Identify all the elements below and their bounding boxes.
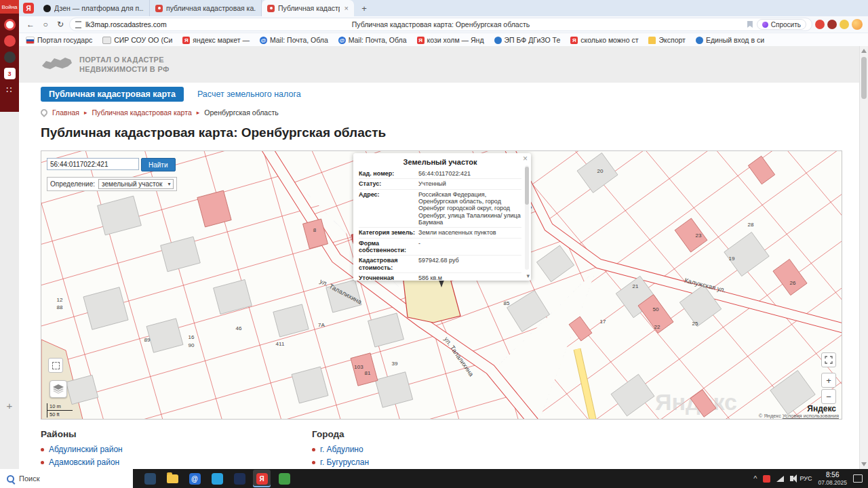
browser-tab-1[interactable]: Дзен — платформа для п... — [38, 0, 150, 16]
bookmark-label: Экспорт — [658, 36, 685, 44]
bookmark-4[interactable]: @Mail: Почта, Обла — [260, 36, 328, 44]
zoom-in-button[interactable]: + — [821, 373, 836, 388]
tab-close-icon[interactable]: × — [343, 4, 349, 12]
network-icon[interactable] — [776, 476, 784, 482]
breadcrumb-map[interactable]: Публичная кадастровая карта — [92, 108, 192, 117]
sidebar-add-button[interactable]: + — [0, 400, 19, 411]
city-link-1[interactable]: г. Абдулино — [320, 445, 363, 454]
list-bullet-icon — [41, 461, 44, 464]
back-button[interactable]: ← — [24, 20, 37, 29]
definition-label: Определение: — [50, 180, 95, 188]
bookmark-label: Портал государс — [37, 36, 92, 44]
extension-icon-darkred[interactable] — [827, 20, 837, 29]
city-link-2[interactable]: г. Бугуруслан — [320, 458, 369, 467]
bookmark-2[interactable]: СИР СОУ ОО (Си — [102, 36, 172, 44]
blue-favicon-icon — [696, 37, 703, 44]
ya-favicon-icon: Я — [570, 37, 578, 44]
scroll-up-arrow-icon[interactable] — [861, 49, 867, 53]
green-app[interactable] — [275, 470, 293, 487]
service-red-icon[interactable] — [4, 35, 16, 47]
mail-app[interactable]: @ — [186, 470, 203, 487]
search-button[interactable]: Найти — [141, 158, 176, 171]
notifications-icon[interactable] — [853, 474, 863, 483]
messenger-icon[interactable] — [4, 52, 16, 63]
map[interactable]: Яндекс1288891690464117А10381398520232125… — [41, 150, 842, 420]
measure-area-button[interactable] — [48, 358, 63, 373]
popup-row-value: 586 кв.м — [416, 274, 442, 281]
zoom-out-button[interactable]: − — [821, 389, 836, 404]
tab-public-cadastral-map[interactable]: Публичная кадастровая карта — [41, 87, 184, 102]
apps-grid-icon[interactable]: ∷ — [4, 84, 16, 96]
notifications-badge[interactable]: 3 — [4, 68, 16, 79]
bookmark-7[interactable]: ЭП БФ ДГиЗО Те — [494, 36, 561, 44]
telegram-app[interactable] — [208, 470, 226, 487]
browser-logo-icon[interactable]: Я — [23, 3, 34, 14]
tray-date: 07.08.2025 — [818, 479, 847, 486]
bookmark-5[interactable]: @Mail: Почта, Обла — [338, 36, 407, 44]
extension-icon-red[interactable] — [815, 20, 825, 29]
definition-select[interactable]: земельный участок ▾ — [98, 179, 174, 189]
svg-text:16: 16 — [189, 334, 195, 340]
file-explorer[interactable] — [163, 470, 181, 487]
terms-of-use-link[interactable]: Условия использования — [783, 413, 839, 419]
map-scale: 10 m 50 ft — [47, 403, 73, 418]
tray-time: 8:56 — [818, 471, 847, 479]
fullscreen-button[interactable] — [821, 352, 836, 367]
reload-button[interactable]: ↻ — [54, 20, 66, 29]
site-logo-russia-icon — [41, 55, 73, 74]
layers-button[interactable] — [50, 380, 67, 398]
cadastral-search-input[interactable] — [47, 158, 139, 170]
bookmark-1[interactable]: Портал государс — [26, 36, 92, 44]
yandex-browser-app[interactable]: Я — [253, 470, 271, 487]
popup-row: Адрес:Российская Федерация, Оренбургская… — [359, 190, 521, 228]
browser-tab-3[interactable]: Публичная кадастровая...× — [262, 0, 354, 16]
browser-tab-2[interactable]: публичная кадастровая ка... — [150, 0, 262, 16]
language-indicator[interactable]: РУС — [800, 475, 812, 482]
scroll-down-arrow-icon[interactable] — [861, 462, 867, 466]
ask-alice-button[interactable]: Спросить — [757, 19, 806, 30]
bookmark-8[interactable]: Ясколько можно ст — [570, 36, 638, 44]
tab-title: Публичная кадастровая... — [278, 4, 340, 12]
extension-icon-yellow[interactable] — [840, 20, 849, 29]
page-scrollbar[interactable] — [859, 46, 868, 469]
folder-icon — [167, 474, 178, 483]
popup-row-label: Уточненная площадь: — [359, 274, 416, 281]
tab-title: Дзен — платформа для п... — [54, 4, 144, 12]
home-button[interactable]: ○ — [39, 20, 52, 29]
popup-row-label: Кадастровая стоимость: — [359, 257, 416, 271]
popup-scroll-down-icon[interactable]: ▾ — [526, 273, 530, 279]
new-tab-button[interactable]: + — [358, 2, 370, 14]
mail-favicon-icon: @ — [338, 37, 346, 44]
bookmark-3[interactable]: Яяндекс маркет — — [182, 36, 250, 44]
popup-scrollbar[interactable] — [525, 165, 529, 270]
bookmark-10[interactable]: Единый вход в си — [696, 36, 764, 44]
breadcrumb-home[interactable]: Главная — [52, 108, 79, 117]
app-navy[interactable] — [231, 470, 248, 487]
tray-expand-icon[interactable]: ^ — [753, 474, 757, 483]
popup-row-value: 597942.68 руб — [416, 257, 459, 264]
bookmark-9[interactable]: Экспорт — [648, 36, 685, 44]
bookmark-flag-icon[interactable] — [747, 21, 753, 28]
district-link-2[interactable]: Адамовский район — [49, 458, 119, 467]
svg-text:20: 20 — [597, 168, 604, 174]
app-dark-blue[interactable] — [141, 470, 159, 487]
site-settings-icon[interactable] — [75, 21, 81, 28]
popup-row-value: Земли населенных пунктов — [416, 229, 496, 236]
area-icon — [52, 362, 60, 369]
profile-avatar[interactable] — [852, 19, 863, 30]
taskbar-clock[interactable]: 8:56 07.08.2025 — [818, 471, 847, 486]
yandex-logo[interactable]: Яндекс — [807, 404, 836, 413]
district-link-1[interactable]: Абдулинский район — [49, 445, 123, 454]
popup-scroll-thumb[interactable] — [525, 167, 529, 205]
taskbar-search[interactable]: Поиск — [0, 469, 133, 488]
alice-icon[interactable] — [4, 19, 16, 30]
close-icon[interactable]: × — [523, 154, 528, 163]
omnibox[interactable]: lk3map.roscadastres.com Публичная кадаст… — [69, 18, 812, 31]
scroll-thumb[interactable] — [861, 57, 867, 99]
tab-land-tax-calc[interactable]: Расчет земельного налога — [197, 89, 301, 99]
bookmark-label: Mail: Почта, Обла — [270, 36, 328, 44]
yandex-tray-icon[interactable] — [763, 475, 770, 483]
bookmark-6[interactable]: Якози холм — Янд — [417, 36, 484, 44]
war-panel-button[interactable]: Война — [0, 0, 19, 14]
volume-icon[interactable] — [790, 476, 793, 481]
